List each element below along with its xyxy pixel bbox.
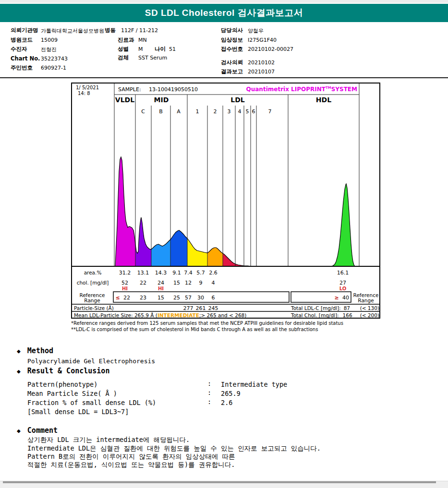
svg-text:245: 245 [208,305,218,311]
page-title: SD LDL Cholesterol 검사결과보고서 [145,7,303,19]
svg-text:261: 261 [196,305,206,311]
field-label: 검체 [118,54,129,61]
field-value: 35223743 [41,56,68,62]
field-value: 20210107 [248,69,275,75]
result-value: Intermediate type [221,381,287,388]
comment-line: Pattern B로의 전환이 이루어지지 않도록 환자의 임상상태에 따른 [27,452,235,461]
method-heading: ◆Method [17,346,53,355]
result-value: 2.6 [221,399,232,406]
comment-heading: ◆Comment [17,426,58,435]
svg-text:13.1: 13.1 [137,270,149,276]
field-label: 수진자 [11,46,27,53]
diamond-icon: ◆ [17,368,21,375]
svg-text:24: 24 [157,280,164,286]
field-value: I275G1F40 [248,37,277,43]
field-label: 검사의뢰 [221,59,243,66]
svg-text:≥: ≥ [334,295,339,301]
band-gridlines [114,83,359,266]
field-label: 접수번호 [221,46,243,53]
flag-lo: LO [339,286,347,291]
lipoprint-chart: 1/ 5/2021 14: 8 SAMPLE: 13-100419050510 … [71,83,380,319]
field-value: M [138,46,143,52]
comment-line: Intermediate LDL은 심혈관 질환에 대한 위험도를 높일 수 있… [27,444,321,453]
band-header-mid: MID [154,96,169,104]
svg-text:15: 15 [157,295,164,301]
svg-text:25: 25 [173,295,180,301]
chart-frame [71,83,380,318]
footnote-1: *Reference ranges derived from 125 serum… [71,321,343,326]
result-heading: ◆Result & Conclusion [17,367,109,375]
result-value: 265.9 [221,390,241,397]
particle-size-values: 277 261 245 [183,305,218,311]
comment-line: 상기환자 LDL 크기는 intermediate에 해당됩니다. [27,436,190,444]
svg-text:A: A [177,108,181,115]
title-bar: SD LDL Cholesterol 검사결과보고서 [0,4,448,22]
svg-text:B: B [159,108,163,115]
sample-label: SAMPLE: [118,86,141,93]
svg-text:40: 40 [342,295,349,301]
svg-text:6: 6 [212,295,215,301]
svg-text:1: 1 [196,108,199,115]
svg-text:57: 57 [185,295,192,301]
svg-text:9: 9 [199,280,203,286]
result-label: Mean Particle Size( Å ) [27,390,117,397]
svg-text:2: 2 [214,108,217,115]
field-value: SST Serum [138,55,167,61]
band-header-hdl: HDL [316,96,331,104]
row-label-area: area.% [84,270,102,275]
row-label-range: Range [84,298,100,303]
flag-hi: HI [158,286,164,291]
footnote-2: **LDL-C is comprised of the sum of chole… [71,327,318,332]
svg-text:23: 23 [140,295,146,301]
vldl-peak [115,157,135,266]
svg-text:52: 52 [121,280,128,286]
field-value: MN [138,37,147,43]
section-divider [0,77,448,78]
svg-text:277: 277 [183,305,194,311]
midb-hump [151,239,170,266]
field-label: 결과보고 [221,68,243,75]
field-label: 임상정보 [221,36,243,44]
svg-text:C: C [141,108,145,115]
row-label-chol: chol. [mg/dl] [77,280,109,286]
midc-peak [135,217,151,266]
horizontal-scrollbar[interactable] [0,481,448,488]
svg-text:2.6: 2.6 [209,270,218,276]
svg-text:14.3: 14.3 [155,270,167,276]
total-chol: Total Chol. [mg/dl]:166 [291,312,352,318]
comment-line: 적절한 치료(운동요법, 식이요법 또는 약물요법 등)를 권유합니다. [27,461,235,469]
hdl-peak [330,184,355,266]
field-label: 진료과 [118,36,134,44]
result-colon: : [207,389,211,396]
field-value: 전형진 [41,46,57,53]
total-ldl-c: Total LDL-C [mg/dl]:87 [291,305,350,311]
result-colon: : [207,398,211,405]
scrollbar-thumb[interactable] [3,481,436,483]
band-header-ldl: LDL [230,96,245,104]
svg-text:5.7: 5.7 [196,270,205,276]
field-value: 20210102-00027 [248,46,293,52]
band-header-vldl: VLDL [115,96,134,104]
svg-text:22: 22 [140,280,146,286]
mean-particle-size: Mean LDL-Particle Size: 265.9 Å (INTERME… [74,312,246,318]
subband-labels: C B A 1 2 3 4 5 6 7 [141,108,271,115]
result-label: Fraction % of small dense LDL (%) [27,399,156,406]
svg-text:7: 7 [268,108,272,115]
field-label: 담당의사 [221,27,243,34]
field-value: 양철우 [248,27,264,35]
chart-date: 1/ 5/2021 [76,85,99,90]
row-label-particle-size: Particle-Size (Å) [74,305,114,311]
method-body: Polyacrylamide Gel Electrophoresis [27,357,155,365]
reference-values: ≤ 22 23 15 25 57 30 6 ≥ 40 [115,295,349,301]
field-value: 51 [169,46,176,52]
field-value: 가톨릭대학교서울성모병원 [41,27,104,35]
svg-text:5: 5 [246,108,249,115]
svg-text:9.1: 9.1 [172,270,181,276]
result-label: Pattern(phenotype) [27,381,97,388]
svg-text:30: 30 [197,295,204,301]
svg-text:6: 6 [252,108,255,115]
svg-text:≤: ≤ [115,295,120,301]
svg-text:15: 15 [173,280,180,286]
field-label: 성별 [118,46,129,53]
svg-text:31.2: 31.2 [119,270,131,276]
